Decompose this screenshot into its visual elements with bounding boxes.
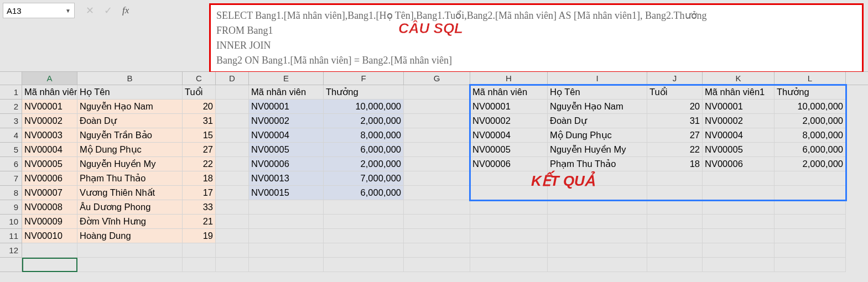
cell[interactable] [183,243,216,258]
cell[interactable] [324,215,404,229]
row-header[interactable]: 12 [0,243,22,258]
cell[interactable] [249,258,324,272]
cell[interactable]: 17 [183,186,216,200]
cell[interactable] [216,258,249,272]
cell[interactable] [404,143,470,157]
cell[interactable]: NV00004 [22,143,77,157]
row-header[interactable]: 10 [0,215,22,229]
cell[interactable] [647,215,703,229]
chevron-down-icon[interactable]: ▼ [65,8,71,14]
cell[interactable]: NV00005 [703,143,775,157]
cell[interactable]: Thưởng [324,85,404,100]
cell[interactable]: NV00006 [249,157,324,171]
cancel-icon[interactable]: ✕ [86,4,94,17]
cell[interactable] [548,243,647,258]
row-header[interactable]: 5 [0,143,22,157]
cell[interactable] [404,243,470,258]
cell[interactable]: Mã nhân viên [22,85,77,100]
cell[interactable] [647,229,703,243]
cell[interactable]: 27 [183,143,216,157]
column-header[interactable]: J [647,72,703,85]
cell[interactable]: NV00006 [22,171,77,186]
cell[interactable] [404,100,470,114]
cell[interactable] [470,171,548,186]
cell[interactable] [703,229,775,243]
formula-content[interactable]: SELECT Bang1.[Mã nhân viên],Bang1.[Họ Tê… [209,3,864,73]
cell[interactable] [703,243,775,258]
cell[interactable]: NV00001 [703,100,775,114]
row-header[interactable]: 11 [0,229,22,243]
row-header[interactable] [0,258,22,272]
cell[interactable]: 20 [183,100,216,114]
cell[interactable]: Vương Thiên Nhất [77,186,183,200]
column-header[interactable]: H [470,72,548,85]
cell[interactable] [548,200,647,215]
cell[interactable] [775,243,846,258]
cell[interactable] [404,186,470,200]
row-header[interactable]: 9 [0,200,22,215]
cell[interactable]: Nguyễn Huyền My [548,143,647,157]
cell[interactable] [216,128,249,143]
fx-icon[interactable]: fx [122,5,129,16]
cell[interactable] [216,229,249,243]
cell[interactable] [775,200,846,215]
cell[interactable]: 6,000,000 [775,143,846,157]
cell[interactable] [77,243,183,258]
cell[interactable] [470,229,548,243]
cell[interactable]: NV00004 [470,128,548,143]
cell[interactable]: Hoàng Dung [77,229,183,243]
cell[interactable] [775,229,846,243]
cell[interactable]: Họ Tên [77,85,183,100]
cell[interactable] [775,171,846,186]
cell[interactable]: Nguyễn Trần Bảo [77,128,183,143]
cell[interactable] [249,243,324,258]
cell[interactable]: NV00004 [703,128,775,143]
cell[interactable]: NV00001 [249,100,324,114]
cell[interactable]: NV00008 [22,200,77,215]
cell[interactable]: NV00001 [470,100,548,114]
cell[interactable]: Đoàn Dự [77,114,183,128]
column-header[interactable]: D [216,72,249,85]
cell[interactable]: 8,000,000 [775,128,846,143]
cell[interactable]: NV00007 [22,186,77,200]
cell[interactable] [647,200,703,215]
cell[interactable]: NV00002 [703,114,775,128]
row-header[interactable]: 2 [0,100,22,114]
cell[interactable]: NV00005 [470,143,548,157]
cell[interactable] [548,186,647,200]
cell[interactable]: NV00004 [249,128,324,143]
cell[interactable] [216,186,249,200]
cell[interactable]: 31 [647,114,703,128]
cell[interactable]: Mộ Dung Phục [548,128,647,143]
cell[interactable] [548,171,647,186]
cell[interactable] [22,243,77,258]
name-box[interactable]: A13 ▼ [3,3,75,18]
cell[interactable] [703,258,775,272]
column-header[interactable]: L [775,72,846,85]
cell[interactable]: NV00013 [249,171,324,186]
cell[interactable]: 2,000,000 [324,114,404,128]
cell[interactable]: 15 [183,128,216,143]
cell[interactable] [324,229,404,243]
cell[interactable]: 18 [647,157,703,171]
cell[interactable]: 2,000,000 [775,114,846,128]
cell[interactable] [548,215,647,229]
cell[interactable]: NV00002 [22,114,77,128]
cell[interactable] [216,143,249,157]
cell[interactable] [470,215,548,229]
cell[interactable] [22,258,77,272]
cell[interactable]: 20 [647,100,703,114]
cell[interactable] [703,215,775,229]
cell[interactable] [548,258,647,272]
cell[interactable]: 8,000,000 [324,128,404,143]
column-header[interactable]: G [404,72,470,85]
column-header[interactable]: I [548,72,647,85]
column-header[interactable]: C [183,72,216,85]
cell[interactable] [324,258,404,272]
cell[interactable]: 2,000,000 [324,157,404,171]
cell[interactable] [703,186,775,200]
cell[interactable] [216,171,249,186]
cell[interactable] [183,258,216,272]
cell[interactable]: 18 [183,171,216,186]
cell[interactable]: Nguyễn Hạo Nam [548,100,647,114]
